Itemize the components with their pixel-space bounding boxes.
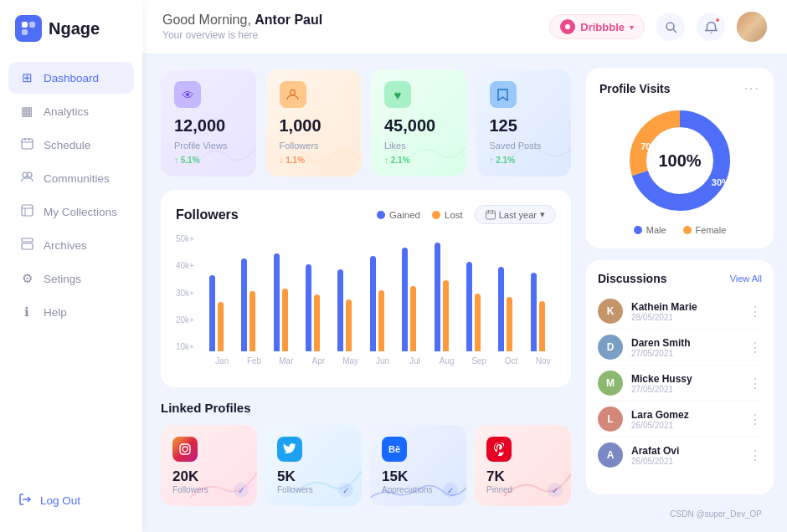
- followers-icon: [280, 81, 306, 108]
- header: Good Morning, Antor Paul Your overview i…: [142, 0, 787, 54]
- sidebar-item-label: My Collections: [44, 206, 117, 218]
- disc-date: 28/05/2021: [631, 313, 740, 322]
- logo[interactable]: Ngage: [0, 15, 142, 62]
- gained-bar[interactable]: [274, 253, 280, 351]
- sidebar-item-communities[interactable]: Communities: [8, 162, 134, 194]
- chevron-down-icon: ▾: [630, 23, 634, 32]
- disc-avatar: D: [598, 335, 623, 360]
- sidebar-item-label: Communities: [44, 172, 110, 185]
- lost-bar[interactable]: [249, 291, 255, 351]
- pv-header: Profile Visits ···: [599, 81, 760, 96]
- profile-card-pinterest: 7K Pinned ✓: [475, 425, 571, 506]
- disc-avatar: L: [598, 407, 623, 432]
- x-axis: JanFebMarAprMayJunJulAugSepOctNov: [176, 356, 556, 366]
- lost-bar[interactable]: [346, 299, 352, 351]
- disc-more-button[interactable]: ⋮: [748, 412, 762, 427]
- stat-number: 12,000: [174, 116, 243, 136]
- logo-icon: [15, 15, 42, 42]
- chart-header: Followers Gained Lost: [176, 205, 556, 224]
- sidebar-item-mycollections[interactable]: My Collections: [8, 196, 134, 228]
- sidebar-item-settings[interactable]: ⚙ Setings: [8, 263, 134, 294]
- sidebar: Ngage ⊞ Dashboard ▦ Analytics Schedule C…: [0, 0, 142, 532]
- gained-bar[interactable]: [337, 269, 343, 351]
- sidebar-item-label: Schedule: [44, 139, 90, 151]
- stat-card-profile-views: 👁 12,000 Profile Views ↑ 5.1%: [161, 69, 256, 176]
- chevron-down-icon: ▾: [540, 209, 545, 220]
- profile-card-twitter: 5K Followers ✓: [265, 425, 362, 506]
- lost-bar[interactable]: [539, 301, 545, 351]
- gained-bar[interactable]: [466, 262, 472, 351]
- stat-number: 1,000: [280, 116, 348, 136]
- x-axis-label: Sep: [466, 356, 491, 366]
- sidebar-item-analytics[interactable]: ▦ Analytics: [8, 95, 134, 127]
- help-icon: ℹ: [18, 304, 35, 320]
- profile-card-behance: Bē 15K Appreciations ✓: [370, 425, 466, 506]
- likes-icon: ♥: [384, 81, 411, 108]
- stat-number: 45,000: [384, 116, 453, 136]
- bar-group: [402, 248, 427, 351]
- gained-bar[interactable]: [435, 243, 440, 351]
- gained-bar[interactable]: [531, 273, 537, 351]
- nav-items: ⊞ Dashboard ▦ Analytics Schedule Communi…: [0, 62, 142, 484]
- discussion-item: K Kathein Marie 28/05/2021 ⋮: [598, 294, 762, 330]
- user-avatar[interactable]: [737, 12, 767, 42]
- disc-name: Micke Hussy: [631, 373, 740, 385]
- view-all-button[interactable]: View All: [730, 274, 762, 284]
- lost-bar[interactable]: [218, 302, 224, 351]
- schedule-icon: [18, 137, 35, 152]
- sidebar-item-label: Help: [44, 306, 67, 319]
- logout-button[interactable]: Log Out: [0, 484, 142, 517]
- gained-bar[interactable]: [402, 248, 408, 351]
- gained-bar[interactable]: [209, 275, 215, 351]
- main-area: Good Morning, Antor Paul Your overview i…: [142, 0, 787, 532]
- discussion-item: D Daren Smith 27/05/2021 ⋮: [598, 330, 762, 366]
- lost-bar[interactable]: [282, 289, 288, 351]
- lost-bar[interactable]: [443, 280, 449, 351]
- legend-lost: Lost: [432, 210, 463, 220]
- disc-info: Kathein Marie 28/05/2021: [631, 301, 740, 322]
- disc-name: Arafat Ovi: [631, 445, 740, 457]
- profile-visits-card: Profile Visits ··· 100%: [586, 68, 774, 248]
- sidebar-item-archives[interactable]: Archives: [8, 229, 134, 261]
- disc-more-button[interactable]: ⋮: [748, 340, 762, 356]
- chart-bars: [176, 234, 556, 351]
- discussion-item: A Arafat Ovi 26/05/2021 ⋮: [598, 437, 762, 473]
- lost-dot: [432, 211, 440, 219]
- lost-bar[interactable]: [475, 294, 481, 351]
- disc-more-button[interactable]: ⋮: [748, 448, 762, 463]
- lost-bar[interactable]: [507, 297, 512, 351]
- notifications-button[interactable]: [697, 13, 725, 41]
- lost-bar[interactable]: [314, 294, 320, 351]
- discussion-item: L Lara Gomez 26/05/2021 ⋮: [598, 402, 762, 437]
- svg-point-15: [666, 23, 674, 30]
- stat-card-followers: 1,000 Followers ↓ 1.1%: [266, 69, 362, 176]
- sidebar-item-label: Analytics: [44, 105, 89, 118]
- disc-more-button[interactable]: ⋮: [748, 304, 762, 320]
- gained-bar[interactable]: [306, 264, 311, 351]
- disc-date: 27/05/2021: [631, 349, 740, 358]
- male-pct-label: 70%: [640, 141, 659, 151]
- svg-point-24: [183, 447, 188, 452]
- svg-rect-0: [22, 22, 28, 28]
- disc-more-button[interactable]: ⋮: [748, 376, 762, 391]
- sidebar-item-dashboard[interactable]: ⊞ Dashboard: [8, 62, 134, 94]
- more-options-button[interactable]: ···: [744, 81, 760, 96]
- sidebar-item-schedule[interactable]: Schedule: [8, 129, 134, 161]
- x-axis-label: May: [337, 356, 363, 366]
- period-selector[interactable]: Last year ▾: [475, 205, 556, 224]
- lost-bar[interactable]: [410, 286, 416, 351]
- platform-badge[interactable]: Dribbble ▾: [549, 14, 645, 39]
- svg-rect-23: [180, 444, 190, 454]
- bar-group: [241, 258, 266, 351]
- lost-bar[interactable]: [378, 290, 384, 351]
- disc-avatar: A: [598, 442, 623, 468]
- gained-bar[interactable]: [241, 258, 247, 351]
- content: 👁 12,000 Profile Views ↑ 5.1% 1,000 Foll…: [142, 54, 787, 532]
- sidebar-item-help[interactable]: ℹ Help: [8, 296, 134, 328]
- disc-date: 26/05/2021: [631, 421, 740, 430]
- search-button[interactable]: [656, 13, 685, 41]
- gained-bar[interactable]: [498, 267, 504, 351]
- gained-bar[interactable]: [370, 256, 376, 351]
- disc-name: Lara Gomez: [631, 409, 740, 421]
- discussions-list: K Kathein Marie 28/05/2021 ⋮ D Daren Smi…: [598, 294, 762, 473]
